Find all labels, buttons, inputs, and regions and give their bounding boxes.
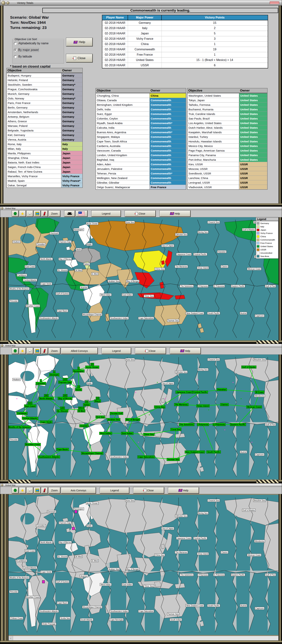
convoy-node[interactable]: Red Sea <box>95 416 105 418</box>
convoy-node[interactable]: Hawaiian <box>217 388 227 391</box>
convoy-node[interactable]: 1/1Arctic Ocean <box>85 363 99 369</box>
map-help-button[interactable]: Help <box>170 348 201 354</box>
radio-icon[interactable] <box>14 42 17 45</box>
convoy-node[interactable]: Bay of Bengal <box>125 418 140 421</box>
hex-counter-button[interactable] <box>12 487 19 494</box>
legend-button[interactable]: Legend <box>102 348 131 354</box>
convoy-node[interactable]: -/1North <box>75 386 82 391</box>
convoy-node[interactable]: Coral Sea <box>171 428 181 431</box>
convoy-node[interactable]: 6/4/-/2W Med <box>77 407 85 412</box>
convoy-node[interactable]: Southeastern Atlantic <box>38 456 60 458</box>
convoy-node[interactable]: 1/3Italian <box>83 400 90 406</box>
convoy-node[interactable]: Persian Gulf <box>110 412 123 415</box>
convoy-node[interactable]: Central Atlantic <box>22 417 38 420</box>
convoy-node[interactable]: 19/2North Atlantic <box>39 394 54 400</box>
convoy-node[interactable]: Mozambique Channel <box>81 452 103 455</box>
convoy-node[interactable]: I Polynesia <box>197 423 209 426</box>
zoom-button[interactable]: Zoom <box>49 210 60 217</box>
convoy-node[interactable]: 1Norwegian <box>73 367 85 372</box>
convoy-node[interactable]: Mouths of the Amazon <box>9 426 31 428</box>
map-window-titlebar[interactable]: Global Map <box>0 344 282 347</box>
naval-units-button[interactable] <box>64 210 75 217</box>
map-close-button[interactable]: Close <box>125 210 156 217</box>
convoy-node[interactable]: Japanese Coast <box>176 391 193 394</box>
convoy-node[interactable]: Arabian Sea <box>107 418 120 421</box>
convoy-node[interactable]: 1Canadian <box>36 379 46 385</box>
convoy-node[interactable]: Timor Sea <box>143 433 154 436</box>
convoy-node[interactable]: 1/4Black <box>94 397 101 402</box>
convoy-node[interactable]: South Pacific <box>207 450 221 454</box>
convoy-node[interactable]: 11/2East Coast <box>24 402 36 407</box>
close-button[interactable]: Close <box>66 54 93 62</box>
convoy-node[interactable]: Tasman Sea <box>167 458 180 461</box>
map-window-titlebar[interactable]: Global Map <box>0 484 282 487</box>
world-map-axis-convoys[interactable]: Arctic OceanKara SeaChukchi SeaBeaufort … <box>9 495 278 635</box>
convoy-node[interactable]: Clarion <box>220 403 229 406</box>
convoy-node[interactable]: Central Pacific <box>193 391 208 394</box>
turn-track-button[interactable] <box>34 210 41 217</box>
convoy-node[interactable]: Brazilian Coast <box>25 443 41 446</box>
world-map-political[interactable]: Legend GermanyItalyJapanVichy FranceChin… <box>9 217 278 340</box>
axis-convoy-marker[interactable] <box>72 527 75 530</box>
convoy-node[interactable]: Gulf of Alaska <box>241 366 256 368</box>
hex-counter-button[interactable] <box>12 348 19 354</box>
turn-track-button[interactable] <box>34 348 41 354</box>
map-close-button[interactable]: Close <box>135 348 166 354</box>
map-window-titlebar[interactable]: Global Map <box>0 207 282 210</box>
convoy-node[interactable]: 10/2Bay of Biscay <box>58 394 72 400</box>
horizontal-scrollbar[interactable]: ‹ <box>9 636 278 640</box>
zoom-button[interactable]: Zoom <box>49 348 60 354</box>
convoy-node[interactable]: 1Denmark <box>49 370 59 376</box>
axis-convoys-button[interactable]: Axis Convoys <box>61 487 96 494</box>
convoy-node[interactable]: West Indian <box>99 432 112 435</box>
convoy-node[interactable]: Azanian <box>79 424 89 427</box>
convoy-node[interactable]: E Polynesia <box>213 423 226 426</box>
radio-by-major-power[interactable]: By major power <box>14 47 62 53</box>
radio-by-latitude[interactable]: By latitude <box>14 53 62 60</box>
zoom-button[interactable]: Zoom <box>49 487 60 494</box>
flag-button[interactable]: ⚑ <box>27 348 33 354</box>
convoy-node[interactable]: Cape Naturaliste <box>137 456 155 458</box>
window-knob-icon[interactable] <box>1 207 3 210</box>
victory-window-titlebar[interactable]: Victory Totals <box>0 0 282 6</box>
convoy-node[interactable]: The Solomons <box>179 423 194 426</box>
allied-convoys-button[interactable]: Allied Convoys <box>61 348 98 354</box>
nationality-flag-button[interactable] <box>76 210 87 217</box>
map-close-button[interactable]: Close <box>133 487 164 494</box>
scroll-left-icon[interactable]: ‹ <box>9 636 13 640</box>
convoy-node[interactable]: Caribbean <box>16 412 28 415</box>
convoy-node[interactable]: East Indian <box>121 432 133 435</box>
convoy-node[interactable]: Eastern Pacific <box>230 423 246 426</box>
radio-icon[interactable] <box>14 55 17 58</box>
axis-convoy-marker[interactable] <box>42 580 45 583</box>
window-knob-icon[interactable] <box>1 1 5 5</box>
convoy-node[interactable]: Xmas Island <box>196 404 209 407</box>
hex-counter-button[interactable] <box>12 210 19 217</box>
flag-button[interactable]: ⚑ <box>27 487 33 494</box>
convoy-node[interactable]: Cape Basin <box>56 448 69 451</box>
window-knob-icon[interactable] <box>1 344 3 347</box>
map-help-button[interactable]: Help <box>168 487 199 494</box>
legend-button[interactable]: Legend <box>100 487 129 494</box>
convoy-node[interactable]: Mexican Coast <box>246 406 262 408</box>
convoy-node[interactable]: China Sea <box>154 406 165 408</box>
convoy-node[interactable]: New Zealand Coast <box>185 450 205 454</box>
combat-button[interactable]: ★ <box>19 348 26 354</box>
legend-button[interactable]: Legend <box>91 210 121 217</box>
radio-icon[interactable] <box>14 49 17 52</box>
window-knob-icon[interactable] <box>1 484 3 486</box>
map-help-button[interactable]: Help <box>160 210 191 217</box>
window-minimize-icon[interactable] <box>7 2 9 4</box>
convoy-node[interactable]: Cape Verde <box>40 420 52 424</box>
combat-button[interactable]: ★ <box>19 487 26 494</box>
turn-track-button[interactable] <box>34 487 41 494</box>
help-button[interactable]: Help <box>66 38 93 46</box>
convoy-node[interactable]: 12/2Faeroes Gap <box>58 378 72 384</box>
marker-button[interactable] <box>41 210 48 217</box>
radio-alphabetical[interactable]: Alphabetically by name <box>14 40 62 47</box>
axis-convoy-marker[interactable] <box>75 510 77 513</box>
combat-button[interactable]: ★ <box>19 210 26 217</box>
convoy-node[interactable]: The Marianas <box>174 403 189 406</box>
world-map-allied-convoys[interactable]: Kara SeaChukchi SeaBeaufort SeaHudsonBal… <box>9 354 278 480</box>
marker-button[interactable] <box>41 348 48 354</box>
